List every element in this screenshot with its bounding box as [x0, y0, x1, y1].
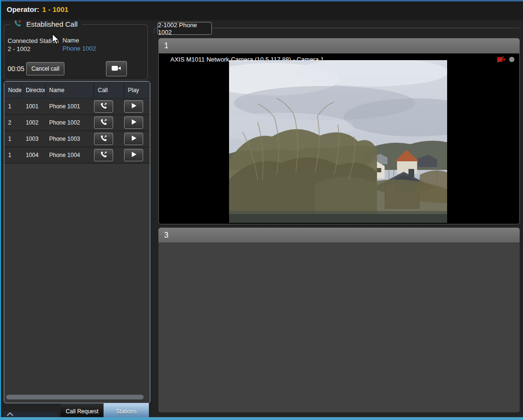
play-station-button[interactable]	[124, 133, 143, 145]
play-icon	[131, 119, 137, 126]
tab-stations-label: Stations	[116, 408, 136, 415]
station-directory: 1004	[22, 152, 45, 158]
play-icon	[131, 135, 137, 143]
call-phone-icon	[100, 102, 107, 111]
camera-video-frame	[229, 60, 447, 223]
call-station-button[interactable]	[94, 116, 113, 129]
station-name: Phone 1004	[45, 152, 94, 158]
play-station-button[interactable]	[124, 100, 143, 113]
camera-muted-icon[interactable]	[497, 56, 505, 63]
station-directory: 1002	[22, 119, 45, 126]
established-call-title: Established Call	[26, 20, 78, 28]
connected-station-block: Connected Station 2 - 1002	[8, 37, 59, 53]
video-camera-icon	[111, 65, 122, 73]
operator-value: 1 - 1001	[42, 5, 68, 13]
station-node: 1	[4, 136, 22, 142]
camera-status-dot-icon[interactable]	[509, 57, 514, 62]
call-station-button[interactable]	[94, 133, 113, 145]
column-header-play[interactable]: Play	[124, 83, 150, 97]
video-panel-3-body	[158, 242, 520, 412]
station-node: 2	[4, 119, 22, 126]
column-header-name[interactable]: Name	[45, 83, 94, 97]
cancel-call-button[interactable]: Cancel call	[26, 62, 64, 75]
column-header-call[interactable]: Call	[94, 83, 124, 97]
stations-panel: Node Directory Name Call Play 1 1001 Pho…	[4, 81, 150, 403]
station-row[interactable]: 1 1003 Phone 1003	[4, 131, 150, 147]
established-call-legend: Established Call	[10, 20, 82, 29]
column-header-node[interactable]: Node	[4, 83, 22, 97]
video-call-button[interactable]	[106, 61, 127, 76]
established-call-phone-icon	[14, 20, 21, 29]
mouse-cursor	[52, 33, 60, 46]
call-station-button[interactable]	[94, 100, 113, 113]
operator-label-text: Operator:	[7, 5, 39, 13]
call-phone-icon	[100, 151, 107, 159]
stations-table-header: Node Directory Name Call Play	[4, 82, 150, 99]
call-phone-icon	[100, 135, 107, 143]
play-icon	[131, 151, 137, 159]
station-directory: 1001	[22, 103, 45, 110]
chevron-up-icon[interactable]	[7, 412, 13, 416]
video-panel-3-id: 3	[164, 231, 168, 240]
cancel-call-label: Cancel call	[31, 65, 60, 72]
operator-topbar: Operator:1 - 1001	[1, 1, 523, 20]
call-phone-icon	[100, 118, 107, 127]
established-call-groupbox: Established Call Connected Station 2 - 1…	[4, 24, 148, 80]
call-station-button[interactable]	[94, 149, 113, 161]
video-call-tab[interactable]: 2-1002 Phone 1002	[157, 22, 212, 35]
station-row[interactable]: 1 1004 Phone 1004	[4, 147, 150, 164]
station-row[interactable]: 1 1001 Phone 1001	[4, 99, 150, 115]
connected-name-label: Name	[63, 36, 96, 44]
play-station-button[interactable]	[124, 149, 143, 161]
connected-station-label: Connected Station	[8, 37, 59, 45]
video-panel-3-header[interactable]: 3	[158, 228, 520, 242]
play-icon	[131, 103, 137, 110]
station-directory: 1003	[22, 136, 45, 142]
station-row[interactable]: 2 1002 Phone 1002	[4, 115, 150, 131]
station-name: Phone 1002	[45, 119, 94, 126]
call-timer: 00:05	[8, 65, 24, 73]
video-panel-1-body: AXIS M1011 Network Camera (10.5.117.88) …	[158, 53, 520, 224]
station-name: Phone 1001	[45, 103, 94, 110]
station-name: Phone 1003	[45, 136, 94, 142]
horizontal-scrollbar-thumb[interactable]	[6, 395, 144, 399]
window-border-bottom	[0, 417, 523, 420]
station-node: 1	[4, 103, 22, 110]
connected-name-block: Name Phone 1002	[63, 36, 96, 52]
operator-label: Operator:1 - 1001	[7, 5, 68, 13]
play-station-button[interactable]	[124, 116, 143, 129]
window-border-left	[0, 0, 1, 420]
column-header-directory[interactable]: Directory	[22, 83, 45, 97]
operator-console-window: Operator:1 - 1001 Established Call Conne…	[0, 0, 523, 420]
connected-station-value: 2 - 1002	[8, 45, 59, 53]
video-panel-1-id: 1	[164, 42, 168, 50]
station-node: 1	[4, 152, 22, 158]
video-panel-1-header[interactable]: 1	[158, 38, 520, 53]
video-call-tab-label: 2-1002 Phone 1002	[158, 21, 211, 36]
connected-name-value: Phone 1002	[63, 44, 96, 52]
tab-call-request-label: Call Request	[66, 408, 99, 415]
